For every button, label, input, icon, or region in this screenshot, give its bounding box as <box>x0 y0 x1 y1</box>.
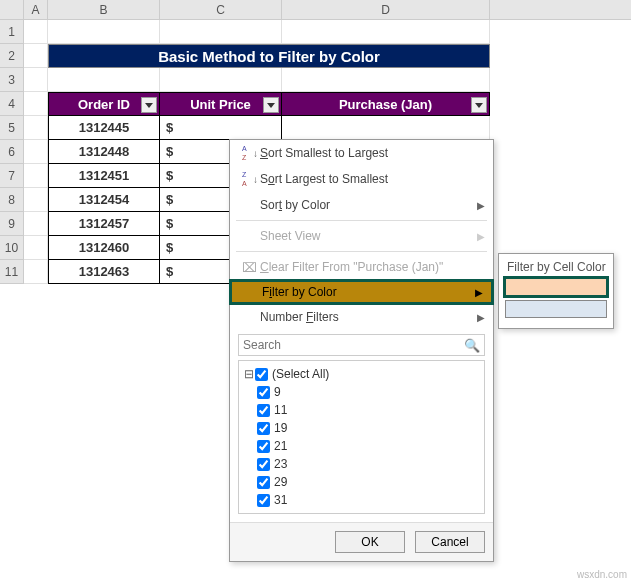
table-header-label: Purchase (Jan) <box>339 97 432 112</box>
cell-order-id[interactable]: 1312448 <box>48 140 160 164</box>
table-header-purchase: Purchase (Jan) <box>282 92 490 116</box>
check-label: 31 <box>274 493 287 507</box>
check-item[interactable]: 31 <box>243 491 480 509</box>
menu-separator <box>236 251 487 252</box>
funnel-clear-icon: ⌧ <box>238 260 260 275</box>
table-header-order-id: Order ID <box>48 92 160 116</box>
check-item[interactable]: 23 <box>243 455 480 473</box>
menu-sort-ascending[interactable]: ↓ Sort Smallest to Largest <box>230 140 493 166</box>
checkbox-select-all[interactable] <box>255 368 268 381</box>
row-headers: 1 2 3 4 5 6 7 8 9 10 11 <box>0 20 24 284</box>
table-header-label: Order ID <box>78 97 130 112</box>
menu-label: Sort Smallest to Largest <box>260 146 485 160</box>
checkbox[interactable] <box>257 440 270 453</box>
submenu-title: Filter by Cell Color <box>505 258 607 278</box>
menu-sort-by-color[interactable]: Sort by Color ▶ <box>230 192 493 218</box>
chevron-right-icon: ▶ <box>477 200 485 211</box>
select-all-corner[interactable] <box>0 0 24 19</box>
menu-label: Sheet View <box>260 229 477 243</box>
row-header-10[interactable]: 10 <box>0 236 24 260</box>
page-title: Basic Method to Filter by Color <box>48 44 490 68</box>
search-input[interactable] <box>243 338 464 352</box>
checkbox[interactable] <box>257 476 270 489</box>
cell-order-id[interactable]: 1312460 <box>48 236 160 260</box>
menu-separator <box>236 220 487 221</box>
check-label: 9 <box>274 385 281 399</box>
menu-clear-filter: ⌧ Clear Filter From "Purchase (Jan)" <box>230 254 493 280</box>
col-header-B[interactable]: B <box>48 0 160 19</box>
row-header-11[interactable]: 11 <box>0 260 24 284</box>
menu-sheet-view: Sheet View ▶ <box>230 223 493 249</box>
chevron-right-icon: ▶ <box>477 231 485 242</box>
check-item-select-all[interactable]: ⊟(Select All) <box>243 365 480 383</box>
check-item[interactable]: 19 <box>243 419 480 437</box>
chevron-right-icon: ▶ <box>475 287 483 298</box>
cell-order-id[interactable]: 1312451 <box>48 164 160 188</box>
checkbox[interactable] <box>257 494 270 507</box>
row-header-4[interactable]: 4 <box>0 92 24 116</box>
color-swatch-lightblue[interactable] <box>505 300 607 318</box>
search-icon: 🔍 <box>464 338 480 353</box>
filter-button-purchase[interactable] <box>471 97 487 113</box>
table-row: 1312445$ <box>48 116 282 140</box>
ok-button[interactable]: OK <box>335 531 405 553</box>
sort-ascending-icon: ↓ <box>238 146 260 160</box>
row-header-9[interactable]: 9 <box>0 212 24 236</box>
tree-collapse-icon[interactable]: ⊟ <box>243 367 255 381</box>
menu-label: Number Filters <box>260 310 477 324</box>
checkbox[interactable] <box>257 458 270 471</box>
check-label: 29 <box>274 475 287 489</box>
row-header-7[interactable]: 7 <box>0 164 24 188</box>
row-header-8[interactable]: 8 <box>0 188 24 212</box>
menu-sort-descending[interactable]: ↓ Sort Largest to Smallest <box>230 166 493 192</box>
cell-unit-price[interactable]: $ <box>160 116 282 140</box>
col-header-C[interactable]: C <box>160 0 282 19</box>
checkbox[interactable] <box>257 422 270 435</box>
check-label: 21 <box>274 439 287 453</box>
color-swatch-peach[interactable] <box>505 278 607 296</box>
table-header-unit-price: Unit Price <box>160 92 282 116</box>
filter-button-order-id[interactable] <box>141 97 157 113</box>
watermark: wsxdn.com <box>577 569 627 580</box>
table-header-label: Unit Price <box>190 97 251 112</box>
filter-context-menu: ↓ Sort Smallest to Largest ↓ Sort Larges… <box>229 139 494 562</box>
row-header-3[interactable]: 3 <box>0 68 24 92</box>
check-label: (Select All) <box>272 367 329 381</box>
col-header-D[interactable]: D <box>282 0 490 19</box>
check-item[interactable]: 9 <box>243 383 480 401</box>
menu-filter-by-color[interactable]: Filter by Color ▶ <box>229 279 494 305</box>
col-header-A[interactable]: A <box>24 0 48 19</box>
menu-number-filters[interactable]: Number Filters ▶ <box>230 304 493 330</box>
table-header: Order ID Unit Price Purchase (Jan) <box>48 92 490 116</box>
row-header-6[interactable]: 6 <box>0 140 24 164</box>
menu-label: Sort by Color <box>260 198 477 212</box>
cancel-button[interactable]: Cancel <box>415 531 485 553</box>
check-label: 19 <box>274 421 287 435</box>
chevron-right-icon: ▶ <box>477 312 485 323</box>
filter-button-unit-price[interactable] <box>263 97 279 113</box>
cell-order-id[interactable]: 1312463 <box>48 260 160 284</box>
menu-label: Sort Largest to Smallest <box>260 172 485 186</box>
check-label: 23 <box>274 457 287 471</box>
check-item[interactable]: 11 <box>243 401 480 419</box>
checkbox[interactable] <box>257 404 270 417</box>
filter-by-color-submenu: Filter by Cell Color <box>498 253 614 329</box>
check-label: 11 <box>274 403 287 417</box>
cell-order-id[interactable]: 1312454 <box>48 188 160 212</box>
row-header-1[interactable]: 1 <box>0 20 24 44</box>
filter-checklist: ⊟(Select All) 9 11 19 21 23 29 31 <box>238 360 485 514</box>
filter-search-box: 🔍 <box>238 334 485 356</box>
menu-button-bar: OK Cancel <box>230 522 493 561</box>
sort-descending-icon: ↓ <box>238 172 260 186</box>
check-item[interactable]: 29 <box>243 473 480 491</box>
row-header-2[interactable]: 2 <box>0 44 24 68</box>
menu-label: Clear Filter From "Purchase (Jan)" <box>260 260 485 274</box>
check-item[interactable]: 21 <box>243 437 480 455</box>
column-headers: A B C D <box>0 0 631 20</box>
row-header-5[interactable]: 5 <box>0 116 24 140</box>
cell-order-id[interactable]: 1312445 <box>48 116 160 140</box>
checkbox[interactable] <box>257 386 270 399</box>
menu-label: Filter by Color <box>262 285 475 299</box>
cell-order-id[interactable]: 1312457 <box>48 212 160 236</box>
